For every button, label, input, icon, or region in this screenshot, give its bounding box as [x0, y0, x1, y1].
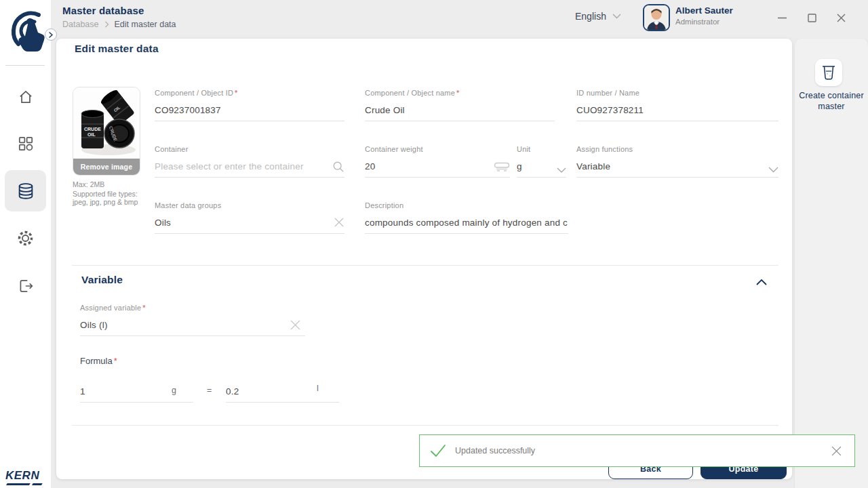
search-icon[interactable]: [332, 161, 344, 176]
collapse-section-button[interactable]: [756, 276, 767, 288]
formula-right-field: [226, 385, 339, 404]
sidebar-expand-toggle[interactable]: [45, 28, 57, 41]
window-close-button[interactable]: [833, 9, 849, 26]
container-weight-input[interactable]: [365, 161, 510, 178]
formula-label: Formula*: [80, 356, 117, 366]
section-divider: [72, 265, 778, 266]
apps-grid-icon: [17, 135, 35, 152]
description-input[interactable]: [365, 218, 568, 234]
chevron-down-icon: [768, 163, 778, 176]
breadcrumb: Database Edit master data: [62, 20, 176, 29]
minimize-icon: [778, 17, 787, 19]
create-container-master-button[interactable]: [815, 59, 842, 86]
unit-select[interactable]: [517, 160, 566, 179]
upload-types-note-1: Supported file types:: [73, 190, 138, 198]
close-icon: [837, 14, 846, 22]
user-name: Albert Sauter: [675, 5, 733, 16]
product-image-card: OIL CRUDE OIL CRUDE R: [73, 87, 140, 176]
right-action-panel: Create container master: [795, 39, 868, 488]
formula-equals: =: [207, 386, 212, 395]
component-id-input[interactable]: [155, 105, 344, 121]
maximize-icon: [808, 14, 816, 22]
sidebar-item-apps[interactable]: [9, 127, 42, 160]
component-id-field: [155, 104, 344, 123]
toast-message: Updated successfully: [455, 446, 535, 455]
kern-brand-text: KERN: [5, 469, 39, 482]
svg-text:OIL: OIL: [87, 132, 96, 137]
container-beaker-icon: [821, 64, 836, 81]
clear-x-icon[interactable]: [290, 319, 301, 333]
create-container-master-label: Create container master: [799, 90, 864, 112]
formula-left-unit: g: [172, 386, 176, 395]
assigned-variable-label: Assigned variable*: [80, 304, 146, 312]
clear-x-icon[interactable]: [334, 217, 344, 230]
upload-max-note: Max: 2MB: [73, 180, 104, 188]
app-logo-touch-icon: [7, 8, 45, 56]
component-name-input[interactable]: [365, 105, 555, 121]
breadcrumb-parent[interactable]: Database: [62, 20, 99, 29]
svg-text:CRUDE: CRUDE: [84, 127, 101, 131]
remove-image-button[interactable]: Remove image: [73, 159, 140, 175]
container-label: Container: [155, 145, 189, 153]
sidebar-item-database[interactable]: [5, 170, 46, 211]
description-field: [365, 216, 568, 235]
container-input[interactable]: [155, 161, 344, 178]
user-role: Adminstrator: [675, 18, 719, 26]
database-icon: [16, 182, 35, 201]
assigned-variable-field: [80, 319, 305, 338]
top-bar: Master database Database Edit master dat…: [51, 0, 868, 37]
weighing-scale-icon: [494, 162, 510, 174]
description-label: Description: [365, 201, 403, 209]
assign-functions-label: Assign functions: [576, 145, 633, 153]
chevron-down-icon: [557, 163, 566, 176]
master-data-groups-label: Master data groups: [155, 201, 221, 209]
toast-close-button[interactable]: [831, 445, 842, 460]
window-minimize-button[interactable]: [774, 9, 790, 26]
sidebar-item-home[interactable]: [9, 80, 42, 113]
container-weight-label: Container weight: [365, 145, 423, 153]
footer-divider: [72, 425, 778, 426]
formula-right-input[interactable]: [226, 386, 339, 403]
sidebar: KERN: [0, 0, 51, 488]
chevron-up-icon: [756, 279, 767, 285]
sidebar-item-logout[interactable]: [9, 269, 42, 302]
product-image-crude-oil-barrels: OIL CRUDE OIL CRUDE: [73, 87, 140, 160]
upload-types-note-2: jpeg, jpg, png & bmp: [73, 198, 138, 206]
sidebar-item-settings[interactable]: [9, 222, 42, 255]
variable-section-title: Variable: [81, 274, 123, 286]
edit-master-data-card: Edit master data OIL CRUDE: [56, 39, 792, 479]
success-check-icon: [429, 443, 447, 459]
window-maximize-button[interactable]: [804, 9, 820, 26]
unit-label: Unit: [517, 145, 530, 153]
sidebar-divider: [5, 65, 45, 66]
id-number-label: ID number / Name: [576, 89, 639, 97]
chevron-down-icon: [612, 14, 621, 19]
master-data-groups-field: [155, 216, 344, 235]
component-name-label: Component / Object name*: [365, 89, 460, 97]
container-field: [155, 160, 344, 179]
kern-brand-logo: KERN: [5, 469, 39, 485]
assigned-variable-value[interactable]: [80, 320, 305, 336]
home-icon: [17, 88, 35, 106]
assign-functions-select[interactable]: [576, 160, 778, 179]
close-icon: [831, 445, 842, 457]
id-number-input[interactable]: [576, 105, 778, 121]
formula-right-unit: l: [317, 383, 319, 393]
breadcrumb-chevron-icon: [104, 21, 109, 28]
id-number-field: [576, 104, 778, 123]
master-data-groups-value[interactable]: [155, 218, 344, 234]
component-id-label: Component / Object ID*: [155, 89, 238, 97]
language-selector[interactable]: English: [575, 11, 621, 22]
assign-functions-value[interactable]: [576, 161, 778, 178]
gear-icon: [16, 229, 35, 247]
page-title: Edit master data: [75, 43, 159, 55]
logout-icon: [17, 277, 35, 295]
breadcrumb-current: Edit master data: [115, 20, 176, 29]
container-weight-field: [365, 160, 510, 179]
user-avatar[interactable]: [643, 4, 670, 31]
chevron-right-icon: [48, 32, 54, 38]
success-toast: Updated successfully: [419, 434, 855, 467]
app-title: Master database: [62, 5, 144, 16]
component-name-field: [365, 104, 555, 123]
language-label: English: [575, 11, 606, 22]
